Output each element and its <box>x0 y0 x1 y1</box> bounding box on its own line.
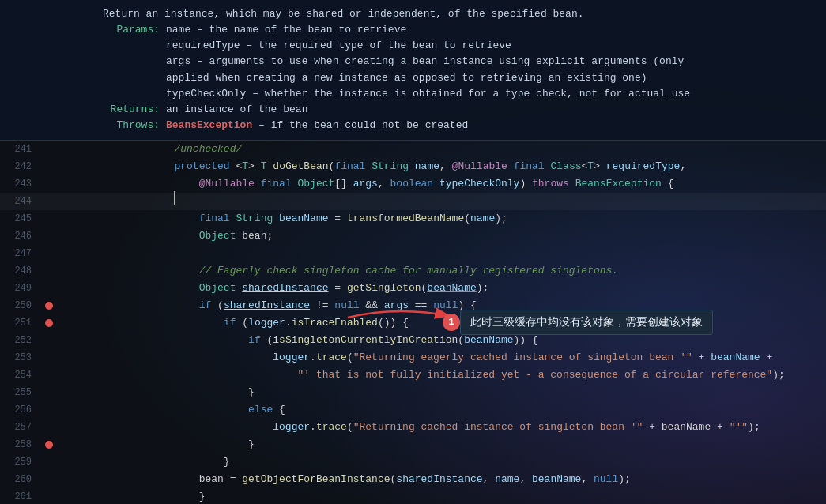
doc-returns-line: Returns: an instance of the bean <box>103 102 826 118</box>
doc-returns-text: an instance of the bean <box>166 102 307 118</box>
line-number-258: 258 <box>0 439 41 450</box>
line-number-256: 256 <box>0 404 41 416</box>
line-number-253: 253 <box>0 352 41 363</box>
line-number-246: 246 <box>0 231 41 242</box>
gutter-250 <box>41 302 57 310</box>
doc-params-label: Params: <box>103 22 166 38</box>
code-line-261: 261 } <box>0 488 826 504</box>
editor-container: Return an instance, which may be shared … <box>0 0 826 504</box>
doc-param3-spacer <box>103 54 166 70</box>
doc-summary-line: Return an instance, which may be shared … <box>103 6 826 22</box>
line-number-254: 254 <box>0 370 41 381</box>
line-number-248: 248 <box>0 265 41 276</box>
doc-param3b: applied when creating a new instance as … <box>166 70 647 86</box>
annotation-tooltip: 1 此时三级缓存中均没有该对象，需要创建该对象 <box>443 310 713 335</box>
line-number-245: 245 <box>0 213 41 224</box>
line-number-244: 244 <box>0 196 41 207</box>
line-number-243: 243 <box>0 179 41 190</box>
breakpoint-258[interactable] <box>45 441 53 449</box>
doc-param3b-line: applied when creating a new instance as … <box>103 70 826 86</box>
breakpoint-251[interactable] <box>45 319 53 327</box>
doc-throws-text: – if the bean could not be created <box>258 119 468 131</box>
doc-throws-exception: BeansException <box>166 119 252 131</box>
gutter-258 <box>41 441 57 449</box>
line-number-249: 249 <box>0 283 41 294</box>
doc-throws-label: Throws: <box>103 118 166 134</box>
doc-param2-spacer <box>103 38 166 54</box>
line-number-260: 260 <box>0 474 41 485</box>
line-number-257: 257 <box>0 422 41 433</box>
doc-param4-line: typeCheckOnly – whether the instance is … <box>103 86 826 102</box>
doc-param2: requiredType – the required type of the … <box>166 38 511 54</box>
code-261[interactable]: } <box>57 471 826 504</box>
doc-param3: args – arguments to use when creating a … <box>166 54 684 70</box>
tooltip-text: 此时三级缓存中均没有该对象，需要创建该对象 <box>460 310 713 335</box>
doc-param4-spacer <box>103 86 166 102</box>
code-line-246: 246 Object bean; <box>0 228 826 245</box>
doc-throws-content: BeansException – if the bean could not b… <box>166 118 468 134</box>
doc-throws-line: Throws: BeansException – if the bean cou… <box>103 118 826 134</box>
line-number-251: 251 <box>0 318 41 329</box>
gutter-251 <box>41 319 57 327</box>
doc-param3-line: args – arguments to use when creating a … <box>103 54 826 70</box>
tooltip-badge: 1 <box>443 314 460 331</box>
doc-returns-label: Returns: <box>103 102 166 118</box>
line-number-250: 250 <box>0 300 41 311</box>
line-number-252: 252 <box>0 335 41 346</box>
line-number-261: 261 <box>0 491 41 502</box>
doc-panel: Return an instance, which may be shared … <box>0 0 826 141</box>
doc-summary: Return an instance, which may be shared … <box>103 6 584 22</box>
breakpoint-250[interactable] <box>45 302 53 310</box>
line-number-255: 255 <box>0 387 41 398</box>
doc-param2-line: requiredType – the required type of the … <box>103 38 826 54</box>
doc-param3b-spacer <box>103 70 166 86</box>
doc-param4: typeCheckOnly – whether the instance is … <box>166 86 690 102</box>
line-number-247: 247 <box>0 248 41 259</box>
doc-param1: name – the name of the bean to retrieve <box>166 22 406 38</box>
doc-params-header: Params: name – the name of the bean to r… <box>103 22 826 38</box>
line-number-242: 242 <box>0 161 41 172</box>
line-number-241: 241 <box>0 144 41 155</box>
line-number-259: 259 <box>0 457 41 468</box>
